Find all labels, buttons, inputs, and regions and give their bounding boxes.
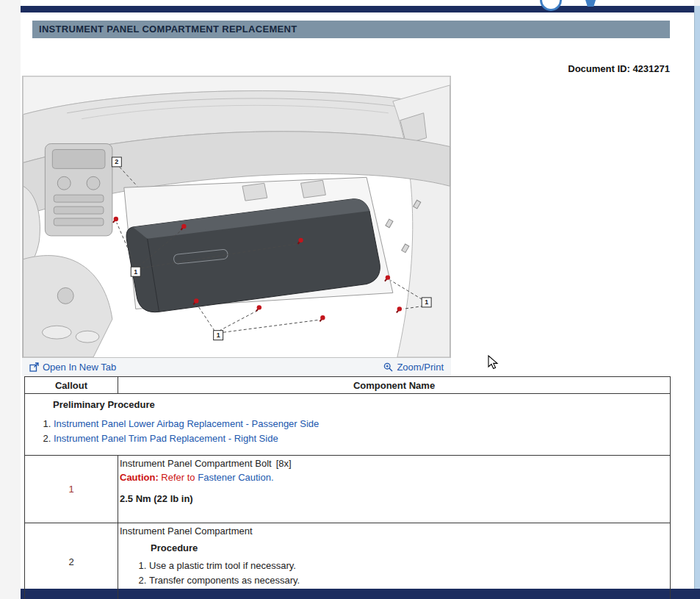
callout-label-1b: 1	[217, 331, 220, 339]
list-item: Instrument Panel Trim Pad Replacement - …	[54, 431, 670, 446]
link-trim-pad-replacement[interactable]: Instrument Panel Trim Pad Replacement - …	[54, 433, 278, 444]
preliminary-procedure-title: Preliminary Procedure	[53, 399, 670, 410]
preliminary-procedure-row: Preliminary Procedure Instrument Panel L…	[25, 394, 671, 456]
table-row-callout-1: 1 Instrument Panel Compartment Bolt[8x] …	[25, 456, 671, 523]
component-table: Callout Component Name Preliminary Proce…	[24, 376, 671, 599]
caution-label: Caution:	[120, 472, 159, 483]
figure-frame: 2 1 1 1	[22, 76, 451, 358]
preliminary-procedure-list: Instrument Panel Lower Airbag Replacemen…	[25, 417, 670, 446]
callout-label-2: 2	[115, 158, 118, 165]
caution-text: Refer to	[161, 472, 195, 483]
callout-number-2: 2	[25, 523, 118, 599]
page-title: INSTRUMENT PANEL COMPARTMENT REPLACEMENT	[39, 24, 297, 35]
column-header-callout: Callout	[25, 377, 118, 394]
link-airbag-replacement[interactable]: Instrument Panel Lower Airbag Replacemen…	[54, 418, 319, 429]
component-name-compartment: Instrument Panel Compartment	[120, 526, 667, 537]
procedure-steps: Use a plastic trim tool if necessary. Tr…	[120, 559, 667, 588]
callout-label-1a: 1	[134, 268, 137, 276]
figure-toolbar: Open In New Tab Zoom/Print	[22, 358, 451, 376]
open-in-new-tab-label: Open In New Tab	[43, 362, 116, 373]
document-id: Document ID: 4231271	[376, 63, 670, 74]
preliminary-procedure-cell: Preliminary Procedure Instrument Panel L…	[25, 394, 671, 456]
callout-number-1: 1	[25, 456, 118, 523]
open-in-new-tab-icon	[29, 362, 39, 372]
component-cell-2: Instrument Panel Compartment Procedure U…	[118, 523, 671, 599]
fastener-caution-link[interactable]: Fastener Caution.	[198, 472, 273, 483]
procedure-step-2: Transfer components as necessary.	[149, 573, 667, 588]
section-title-bar: INSTRUMENT PANEL COMPARTMENT REPLACEMENT	[32, 21, 670, 38]
component-quantity: [8x]	[276, 458, 292, 469]
top-navy-bar	[21, 6, 694, 12]
zoom-print-link[interactable]: Zoom/Print	[383, 362, 444, 373]
instrument-panel-illustration: 2 1 1 1	[23, 76, 450, 357]
procedure-step-1: Use a plastic trim tool if necessary.	[149, 559, 667, 573]
zoom-icon	[383, 362, 393, 372]
torque-spec: 2.5 Nm (22 lb in)	[120, 493, 667, 504]
procedure-label: Procedure	[151, 542, 667, 553]
table-row-callout-2: 2 Instrument Panel Compartment Procedure…	[25, 523, 671, 599]
vertical-scrollbar[interactable]	[694, 6, 700, 589]
column-header-component: Component Name	[118, 377, 671, 394]
app-viewport: INSTRUMENT PANEL COMPARTMENT REPLACEMENT…	[0, 0, 700, 599]
component-cell-1: Instrument Panel Compartment Bolt[8x] Ca…	[118, 456, 671, 523]
zoom-print-label: Zoom/Print	[397, 362, 444, 373]
list-item: Instrument Panel Lower Airbag Replacemen…	[54, 417, 670, 431]
callout-label-1c: 1	[425, 298, 428, 306]
mouse-cursor	[488, 355, 499, 370]
open-in-new-tab-link[interactable]: Open In New Tab	[29, 362, 116, 373]
component-name-bolt: Instrument Panel Compartment Bolt	[120, 458, 272, 469]
table-header-row: Callout Component Name	[25, 377, 671, 394]
